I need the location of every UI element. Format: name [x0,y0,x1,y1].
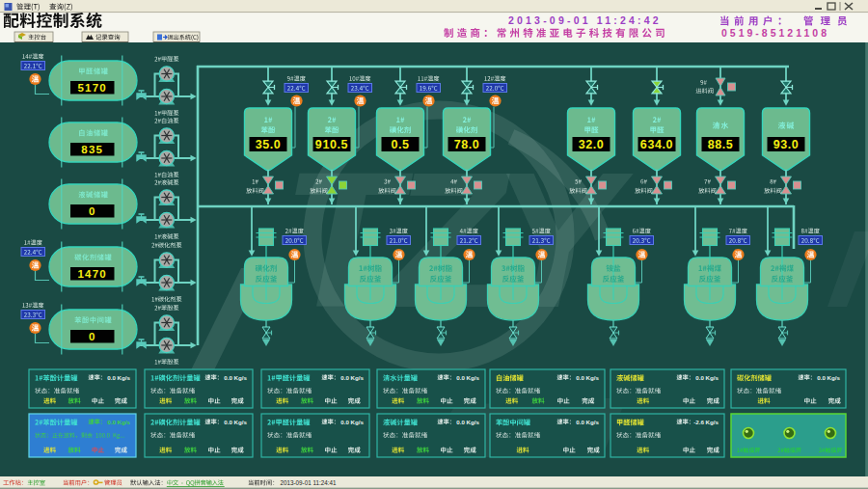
svg-text:0.0 Kg/s: 0.0 Kg/s [340,374,364,381]
svg-text:0.0 Kg/s: 0.0 Kg/s [107,419,130,425]
svg-text:78.0: 78.0 [454,138,480,151]
svg-text:0: 0 [89,205,96,217]
svg-text:0.0 Kg/s: 0.0 Kg/s [695,374,719,381]
svg-text:0519-85121108: 0519-85121108 [721,27,829,39]
svg-text:2013-09-01 11:24:41: 2013-09-01 11:24:41 [281,479,338,486]
svg-text:0: 0 [89,331,96,342]
svg-text:0.0 Kg/s: 0.0 Kg/s [576,419,599,425]
svg-text:2013-09-01 11:24:42: 2013-09-01 11:24:42 [508,14,662,26]
svg-text:32.0: 32.0 [579,138,605,151]
svg-text:0.0 Kg/s: 0.0 Kg/s [224,419,247,425]
svg-text:88.5: 88.5 [708,138,734,151]
svg-text:0.0 Kg/s: 0.0 Kg/s [456,419,479,425]
svg-text:0.0 Kg/s: 0.0 Kg/s [456,374,479,381]
svg-text:1470: 1470 [78,268,107,280]
svg-text:0.0 Kg/s: 0.0 Kg/s [107,374,130,381]
svg-text:93.0: 93.0 [773,138,800,151]
svg-text:0.0 Kg/s: 0.0 Kg/s [576,374,599,381]
svg-text:910.5: 910.5 [315,138,348,151]
svg-text:835: 835 [81,144,103,155]
svg-text:0.0 Kg/s: 0.0 Kg/s [817,374,840,381]
svg-text:634.0: 634.0 [640,138,673,151]
svg-text:5170: 5170 [78,82,107,94]
svg-text:35.0: 35.0 [256,138,282,151]
svg-text:0.0 Kg/s: 0.0 Kg/s [340,419,364,425]
svg-text:-2.6 Kg/s: -2.6 Kg/s [693,419,719,425]
svg-text:0.0 Kg/s: 0.0 Kg/s [224,374,247,381]
svg-text:0.5: 0.5 [391,138,409,151]
